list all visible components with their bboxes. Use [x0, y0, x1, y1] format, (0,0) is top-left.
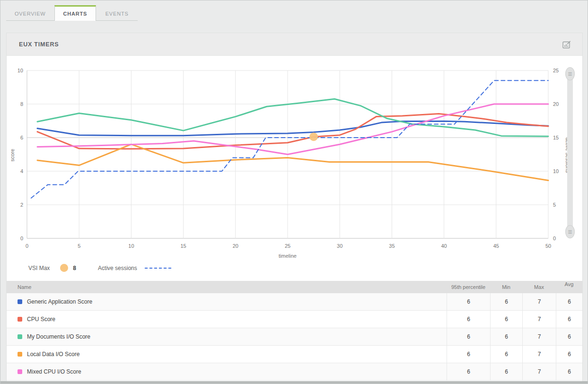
table-body: Generic Application Score6676CPU Score66…: [7, 293, 582, 381]
app-window: OVERVIEWCHARTSEVENTS EUX TIMERS 02468100…: [0, 0, 588, 384]
eux-chart-svg: 0246810051015202505101520253035404550sco…: [7, 56, 583, 264]
value-max: 7: [522, 293, 556, 310]
svg-text:8: 8: [20, 101, 23, 107]
value-min: 6: [490, 293, 522, 310]
svg-text:5: 5: [553, 202, 556, 208]
y-axis-title-score: score: [9, 149, 15, 162]
svg-text:40: 40: [441, 243, 447, 249]
series-color-swatch: [18, 352, 22, 357]
svg-text:35: 35: [389, 243, 395, 249]
series-color-swatch: [18, 299, 22, 304]
tab-bar: OVERVIEWCHARTSEVENTS: [6, 5, 138, 21]
table-row[interactable]: Mixed CPU I/O Score6676: [7, 363, 582, 381]
svg-text:2: 2: [20, 202, 23, 208]
value-avg: 6: [556, 311, 582, 328]
vsi-max-value: 8: [73, 265, 76, 271]
svg-text:15: 15: [180, 243, 186, 249]
panel-title: EUX TIMERS: [19, 41, 59, 48]
chart-legend: VSI Max 8 Active sessions: [28, 264, 171, 272]
active-sessions-dash-icon: [145, 268, 171, 269]
x-axis-title-timeline: timeline: [279, 253, 297, 259]
value-95th-percentile: 6: [447, 328, 490, 345]
table-row[interactable]: CPU Score6676: [7, 311, 582, 328]
series-color-swatch: [18, 369, 22, 374]
series-color-swatch: [18, 334, 22, 339]
series-name: CPU Score: [27, 316, 55, 323]
window-bottom-edge: [0, 381, 588, 384]
tab-events[interactable]: EVENTS: [96, 5, 138, 21]
series-name: Local Data I/O Score: [27, 351, 79, 358]
svg-text:6: 6: [20, 135, 23, 140]
value-95th-percentile: 6: [447, 346, 490, 363]
value-min: 6: [490, 363, 522, 380]
value-avg: 6: [556, 328, 582, 345]
table-row[interactable]: My Documents I/O Score6676: [7, 328, 582, 346]
svg-text:20: 20: [233, 243, 238, 249]
series-cpu-score: [37, 114, 548, 149]
col-header-max: Max: [522, 281, 556, 293]
series-color-swatch: [18, 317, 22, 322]
series-name: My Documents I/O Score: [27, 333, 90, 340]
value-avg: 6: [556, 293, 582, 310]
svg-text:30: 30: [337, 243, 342, 249]
col-header-name: Name: [7, 281, 447, 293]
slider-handle-top[interactable]: ☰: [565, 67, 575, 80]
svg-text:25: 25: [285, 243, 290, 249]
svg-text:10: 10: [128, 243, 134, 249]
right-axis-slider-track[interactable]: [567, 68, 573, 238]
table-row[interactable]: Local Data I/O Score6676: [7, 346, 582, 363]
eux-timers-panel: EUX TIMERS 02468100510152025051015202530…: [6, 33, 583, 382]
svg-text:10: 10: [553, 168, 559, 174]
svg-text:15: 15: [553, 135, 559, 140]
svg-text:25: 25: [553, 68, 559, 73]
value-min: 6: [490, 311, 522, 328]
series-name: Mixed CPU I/O Score: [27, 368, 81, 375]
value-95th-percentile: 6: [447, 363, 490, 380]
col-header-min: Min: [490, 281, 522, 293]
svg-text:0: 0: [26, 243, 28, 249]
value-avg: 6: [556, 346, 582, 363]
tab-charts[interactable]: CHARTS: [54, 5, 97, 21]
active-sessions-label: Active sessions: [98, 265, 137, 271]
chart-edit-icon[interactable]: [561, 38, 573, 51]
tab-overview[interactable]: OVERVIEW: [6, 5, 54, 21]
table-row[interactable]: Generic Application Score6676: [7, 293, 582, 311]
svg-text:20: 20: [553, 101, 559, 107]
value-min: 6: [490, 328, 522, 345]
value-max: 7: [522, 311, 556, 328]
chart-axis-labels: 0246810051015202505101520253035404550sco…: [9, 68, 570, 259]
vsi-max-point: [309, 132, 318, 141]
slider-handle-bottom[interactable]: ☰: [565, 225, 575, 238]
value-95th-percentile: 6: [447, 311, 490, 328]
series-generic-application-score: [37, 121, 548, 136]
value-max: 7: [522, 363, 556, 380]
value-95th-percentile: 6: [447, 293, 490, 310]
svg-text:50: 50: [545, 243, 551, 249]
svg-text:45: 45: [493, 243, 499, 249]
value-max: 7: [522, 346, 556, 363]
col-header-avg: Avg: [556, 281, 582, 293]
series-active-sessions: [31, 80, 548, 198]
panel-header: EUX TIMERS: [7, 33, 582, 56]
series-name: Generic Application Score: [27, 298, 92, 305]
value-min: 6: [490, 346, 522, 363]
svg-text:5: 5: [78, 243, 80, 249]
svg-text:0: 0: [553, 236, 556, 241]
svg-text:0: 0: [20, 236, 23, 241]
value-max: 7: [522, 328, 556, 345]
vsi-max-label: VSI Max: [28, 265, 50, 271]
value-avg: 6: [556, 363, 582, 380]
svg-text:10: 10: [18, 68, 23, 73]
scores-table: Name 95th percentile Min Max Avg Generic…: [7, 281, 582, 381]
svg-text:4: 4: [20, 168, 23, 174]
table-header: Name 95th percentile Min Max Avg: [7, 281, 582, 293]
eux-timers-chart[interactable]: 0246810051015202505101520253035404550sco…: [7, 56, 582, 281]
series-local-data-i-o-score: [37, 144, 548, 180]
vsi-max-marker-icon: [60, 264, 68, 272]
col-header-95th-percentile: 95th percentile: [447, 281, 490, 293]
